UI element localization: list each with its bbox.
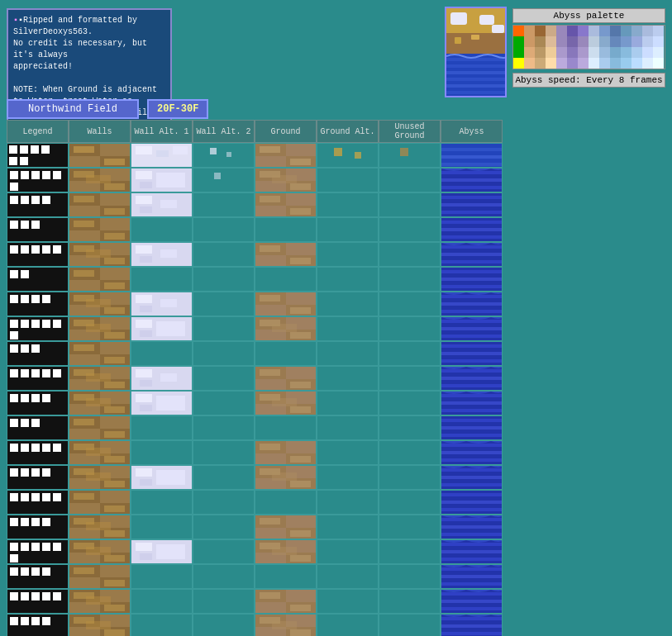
svg-rect-71 [317,168,379,192]
svg-rect-428 [140,553,152,560]
svg-rect-106 [31,221,40,229]
wall-alt1-cell [131,614,193,636]
svg-rect-69 [290,183,311,190]
ground-cell [255,564,317,589]
svg-rect-123 [21,245,29,254]
svg-rect-31 [226,152,231,157]
svg-rect-439 [441,543,503,546]
svg-rect-304 [74,419,94,425]
svg-rect-115 [317,218,379,242]
abyss-cell [441,316,503,341]
palette-cell [578,58,589,69]
wall-cell [69,292,131,316]
wall-alt2-cell [193,539,255,564]
wall-alt1-cell [131,341,193,366]
ground-cell [255,242,317,267]
legend-cell [7,415,69,440]
svg-rect-305 [104,431,125,438]
svg-rect-216 [272,324,297,332]
ground-cell [255,192,317,217]
svg-rect-236 [379,342,441,366]
ground-cell [255,515,317,539]
svg-rect-371 [31,493,40,501]
svg-rect-207 [136,320,152,328]
unused-ground-cell [379,589,441,614]
svg-rect-349 [104,481,125,487]
wall-cell [69,316,131,341]
svg-rect-498 [193,615,255,636]
unused-ground-cell [379,415,441,440]
svg-rect-97 [317,193,379,217]
svg-rect-35 [260,146,280,153]
wall-cell [69,589,131,614]
svg-rect-350 [86,472,111,481]
palette-cell [642,26,653,36]
svg-rect-230 [74,344,94,351]
palette-cell [653,26,664,36]
ground-alt-cell [317,292,379,316]
wall-alt2-cell [193,589,255,614]
svg-rect-296 [441,409,503,412]
ground-cell [255,490,317,515]
wall-cell [69,515,131,539]
palette-cell [567,58,578,69]
svg-rect-367 [441,483,503,486]
svg-rect-61 [156,173,185,187]
svg-rect-352 [136,468,152,477]
svg-rect-52 [10,183,18,191]
palette-cell [621,47,631,58]
svg-rect-98 [379,193,441,217]
svg-rect-178 [136,295,152,303]
svg-rect-312 [441,419,503,422]
svg-rect-306 [131,416,193,440]
svg-rect-51 [53,171,61,179]
svg-rect-9 [446,64,507,68]
wall-alt2-cell [193,267,255,292]
wall-cell [69,614,131,636]
wall-cell [69,242,131,267]
svg-rect-45 [441,163,503,166]
svg-rect-143 [317,243,379,267]
palette-cell [653,58,664,69]
legend-cell [7,564,69,589]
svg-rect-116 [379,218,441,242]
svg-rect-440 [441,550,503,553]
svg-rect-13 [446,91,507,94]
ground-cell [255,539,317,564]
svg-rect-226 [31,344,40,353]
palette-cell [631,58,642,69]
svg-rect-112 [131,218,193,242]
svg-rect-354 [140,479,152,486]
svg-rect-466 [53,592,61,600]
unused-ground-cell [379,366,441,391]
ground-alt-cell [317,614,379,636]
unused-ground-cell [379,614,441,636]
legend-cell [7,440,69,465]
abyss-cell [441,217,503,242]
palette-cell [513,47,524,58]
wall-alt1-cell [131,143,193,168]
svg-rect-290 [272,398,297,406]
svg-rect-441 [441,558,503,561]
legend-cell [7,465,69,490]
ground-alt-cell [317,316,379,341]
svg-rect-479 [290,605,311,611]
svg-rect-209 [140,330,152,337]
ground-cell [255,589,317,614]
svg-rect-332 [260,444,280,450]
table-row [7,242,503,267]
wall-alt2-cell [193,391,255,415]
ground-alt-cell [317,589,379,614]
wall-alt1-cell [131,564,193,589]
svg-rect-266 [441,369,503,373]
ground-cell [255,366,317,391]
legend-cell [7,490,69,515]
abyss-cell [441,415,503,440]
palette-cell [546,26,556,36]
svg-rect-310 [379,416,441,440]
wall-cell [69,366,131,391]
wall-alt1-cell [131,465,193,490]
svg-rect-366 [441,476,503,479]
ground-alt-cell [317,539,379,564]
palette-cell [610,58,621,69]
